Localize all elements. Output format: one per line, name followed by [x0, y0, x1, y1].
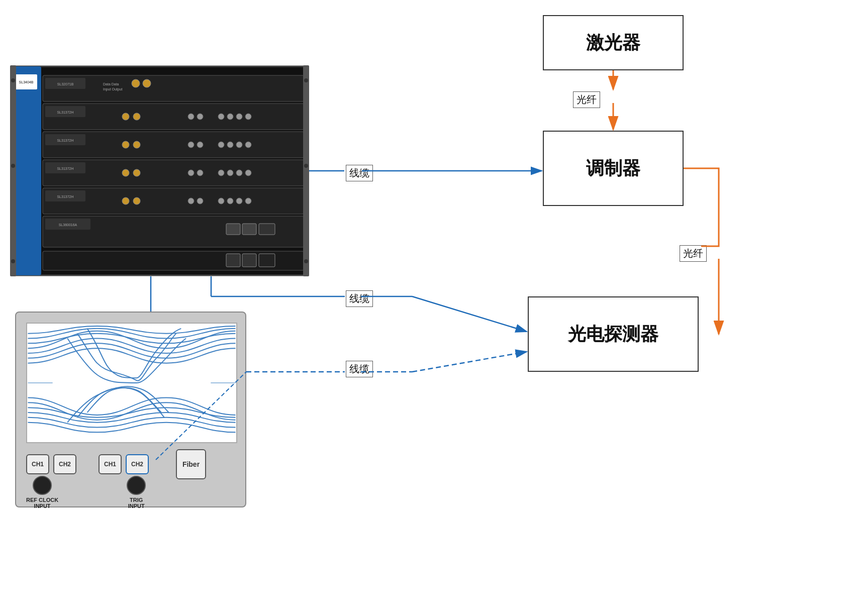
- modulator-to-fiber2-path: [684, 168, 719, 246]
- laser-label: 激光器: [586, 31, 640, 55]
- svg-point-40: [218, 170, 224, 176]
- svg-point-8: [143, 79, 151, 87]
- svg-point-41: [227, 170, 233, 176]
- svg-point-15: [133, 113, 140, 120]
- svg-text:Data Data: Data Data: [103, 82, 119, 86]
- svg-point-54: [245, 198, 251, 204]
- svg-text:SL31372H: SL31372H: [57, 167, 73, 170]
- ref-clock-group: REF CLOCK INPUT: [26, 476, 58, 509]
- svg-point-21: [245, 114, 251, 120]
- svg-text:SL32071B: SL32071B: [57, 82, 74, 86]
- svg-point-32: [245, 142, 251, 148]
- svg-rect-58: [226, 224, 240, 235]
- ch-group-left: CH1 CH2: [26, 454, 76, 474]
- svg-point-19: [227, 114, 233, 120]
- svg-text:SL31372H: SL31372H: [57, 139, 73, 142]
- svg-point-67: [11, 78, 15, 82]
- svg-point-14: [122, 113, 129, 120]
- svg-point-31: [236, 142, 242, 148]
- cable3-label: 线缆: [346, 361, 373, 377]
- fiber1-label: 光纤: [573, 91, 600, 108]
- scope-controls-row1: CH1 CH2 CH1 CH2 Fiber: [26, 449, 237, 479]
- svg-point-42: [236, 170, 242, 176]
- fiber-ctrl-group: Fiber: [176, 449, 206, 479]
- ch2-knob-right[interactable]: CH2: [126, 454, 149, 474]
- svg-rect-59: [242, 224, 256, 235]
- svg-point-20: [236, 114, 242, 120]
- fiber2-label: 光纤: [680, 245, 707, 262]
- laser-box: 激光器: [543, 15, 684, 70]
- detector-label: 光电探测器: [568, 322, 658, 347]
- ref-clock-label: REF CLOCK INPUT: [26, 497, 58, 509]
- svg-point-49: [188, 198, 194, 204]
- svg-point-36: [122, 169, 129, 176]
- svg-rect-63: [242, 254, 256, 267]
- cable1-label: 线缆: [346, 165, 373, 181]
- ch-group-right: CH1 CH2: [99, 454, 149, 474]
- svg-point-26: [133, 141, 140, 148]
- ref-clock-knob[interactable]: [33, 476, 52, 495]
- svg-point-51: [218, 198, 224, 204]
- svg-point-53: [236, 198, 242, 204]
- svg-text:SL31372H: SL31372H: [57, 195, 73, 198]
- svg-point-28: [197, 142, 203, 148]
- detector-box: 光电探测器: [528, 296, 699, 372]
- modulator-label: 调制器: [586, 156, 640, 181]
- svg-point-27: [188, 142, 194, 148]
- svg-rect-65: [10, 65, 16, 276]
- svg-point-70: [304, 78, 308, 82]
- svg-rect-64: [259, 254, 275, 267]
- svg-point-69: [11, 259, 15, 263]
- svg-text:SL360016A: SL360016A: [59, 223, 77, 227]
- trig-input-group: TRIG INPUT: [127, 476, 146, 509]
- svg-point-7: [132, 79, 140, 87]
- svg-point-17: [197, 114, 203, 120]
- svg-rect-66: [303, 65, 309, 276]
- trig-label: TRIG INPUT: [128, 497, 145, 509]
- svg-point-71: [304, 164, 308, 168]
- svg-point-68: [11, 164, 15, 168]
- svg-point-72: [304, 259, 308, 263]
- svg-text:Input Output: Input Output: [103, 87, 123, 91]
- scope-controls-row2: REF CLOCK INPUT TRIG INPUT: [26, 476, 237, 509]
- cable2-label: 线缆: [346, 290, 373, 307]
- ch1-knob-left[interactable]: CH1: [26, 454, 49, 474]
- trig-knob[interactable]: [127, 476, 146, 495]
- svg-rect-62: [226, 254, 240, 267]
- svg-point-52: [227, 198, 233, 204]
- svg-point-43: [245, 170, 251, 176]
- svg-point-25: [122, 141, 129, 148]
- modulator-box: 调制器: [543, 131, 684, 206]
- cable2-to-detector-line: [412, 296, 527, 332]
- svg-point-38: [188, 170, 194, 176]
- svg-point-47: [122, 197, 129, 204]
- svg-point-39: [197, 170, 203, 176]
- rack-unit: SL3404B SL32071B Data Data Input Output …: [10, 65, 309, 276]
- oscilloscope-panel: CH1 CH2 CH1 CH2 Fiber: [15, 312, 246, 507]
- svg-point-50: [197, 198, 203, 204]
- svg-point-29: [218, 142, 224, 148]
- svg-text:SL3404B: SL3404B: [19, 80, 34, 84]
- svg-point-48: [133, 197, 140, 204]
- scope-screen: [26, 323, 237, 443]
- svg-text:SL31372H: SL31372H: [57, 111, 73, 114]
- svg-point-16: [188, 114, 194, 120]
- ch2-knob-left[interactable]: CH2: [53, 454, 76, 474]
- svg-point-18: [218, 114, 224, 120]
- cable3-to-detector-dashed: [412, 352, 527, 372]
- svg-point-37: [133, 169, 140, 176]
- svg-point-30: [227, 142, 233, 148]
- ch1-knob-right[interactable]: CH1: [99, 454, 122, 474]
- svg-rect-60: [259, 224, 275, 235]
- fiber-box[interactable]: Fiber: [176, 449, 206, 479]
